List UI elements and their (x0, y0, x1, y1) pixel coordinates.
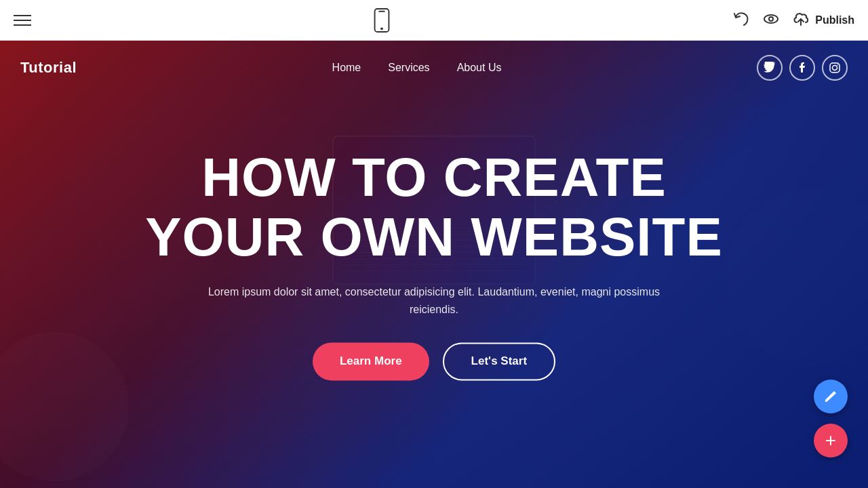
svg-point-4 (769, 17, 773, 21)
social-instagram[interactable] (822, 55, 848, 81)
svg-point-7 (832, 66, 837, 70)
hero-title: HOW TO CREATE YOUR OWN WEBSITE (129, 148, 739, 267)
hero-content: HOW TO CREATE YOUR OWN WEBSITE Lorem ips… (129, 148, 739, 380)
site-logo: Tutorial (20, 59, 77, 77)
site-nav-socials (757, 55, 848, 81)
nav-link-about[interactable]: About Us (457, 62, 502, 74)
lets-start-button[interactable]: Let's Start (443, 343, 555, 381)
site-area: Tutorial Home Services About Us (0, 41, 868, 488)
publish-label: Publish (815, 14, 854, 26)
site-navbar: Tutorial Home Services About Us (0, 41, 868, 95)
preview-button[interactable] (762, 10, 780, 30)
social-twitter[interactable] (757, 55, 783, 81)
nav-link-home[interactable]: Home (332, 62, 361, 74)
svg-point-3 (764, 15, 778, 23)
hero-buttons: Learn More Let's Start (129, 343, 739, 381)
svg-rect-6 (830, 63, 840, 73)
fab-add-button[interactable]: + (814, 424, 848, 458)
site-nav-links: Home Services About Us (332, 62, 502, 74)
svg-point-8 (837, 64, 838, 66)
fab-edit-button[interactable] (814, 380, 848, 413)
mobile-preview-button[interactable] (370, 8, 394, 33)
learn-more-button[interactable]: Learn More (313, 343, 429, 381)
social-facebook[interactable] (789, 55, 815, 81)
add-icon: + (825, 431, 836, 450)
hero-subtitle: Lorem ipsum dolor sit amet, consectetur … (197, 283, 671, 318)
svg-point-1 (380, 27, 383, 30)
publish-button[interactable]: Publish (792, 10, 854, 30)
undo-button[interactable] (732, 10, 750, 30)
nav-link-services[interactable]: Services (388, 62, 429, 74)
hero-section: Tutorial Home Services About Us (0, 41, 868, 488)
menu-button[interactable] (14, 15, 31, 26)
publish-cloud-icon (792, 10, 810, 30)
toolbar: Publish (0, 0, 868, 41)
